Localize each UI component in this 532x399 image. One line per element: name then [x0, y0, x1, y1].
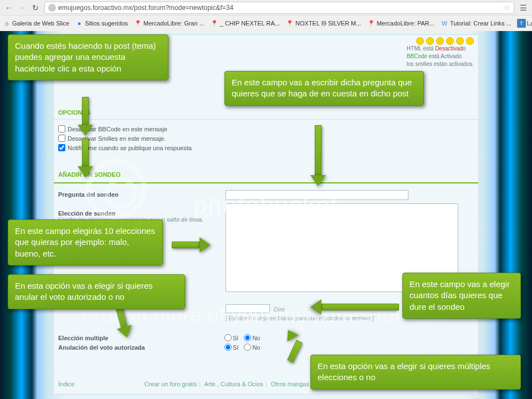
emoji-icon[interactable] [446, 37, 454, 45]
multiple-no-radio[interactable]: No [244, 334, 260, 341]
cancel-vote-row: Anulación del voto autorizada Sí No [54, 342, 478, 352]
poll-days-input[interactable] [226, 304, 270, 313]
favicon-icon: ⌂ [2, 19, 11, 28]
callout-poll-choices: En este campo elegirás 10 elecciones que… [8, 219, 163, 265]
arrow-down-icon [78, 97, 93, 136]
favicon-icon: 📍 [210, 19, 219, 28]
emoji-row [407, 37, 474, 45]
add-poll-heading: AÑADIR UN SONDEO [54, 169, 478, 180]
bookmark-item[interactable]: WTutorial: Crear Links ... [440, 19, 511, 28]
favicon-icon: T [517, 19, 526, 28]
arrow-down-icon [78, 139, 93, 177]
bookmark-item[interactable]: 📍_ CHIP NEXTEL RA... [210, 19, 280, 28]
bookmark-item[interactable]: ⌂Galeria de Web Slice [2, 19, 69, 28]
callout-poll-days: En este campo vas a elegir cuantos días … [402, 273, 521, 319]
globe-icon [48, 4, 56, 12]
footer-link[interactable]: Otros mangas [271, 381, 309, 387]
arrow-up-icon [272, 329, 305, 362]
callout-multiple-choice: En esta opción vas a elegir si quieres m… [310, 355, 521, 390]
callout-add-poll: Cuando estés haciendo tu post (tema) pue… [8, 34, 168, 80]
favicon-icon: 📍 [367, 19, 376, 28]
emoji-icon[interactable] [456, 37, 464, 45]
bookmarks-bar: ⌂Galeria de Web Slice ●Sitios sugeridos … [0, 16, 532, 31]
emoji-icon[interactable] [466, 37, 474, 45]
nav-toolbar: ← → ↻ emujuegos.foroactivo.mx/post.forum… [0, 0, 532, 16]
back-button[interactable]: ← [2, 1, 16, 14]
emoji-icon[interactable] [416, 37, 424, 45]
poll-question-row: Pregunta del sondeo [54, 189, 478, 200]
address-bar[interactable]: emujuegos.foroactivo.mx/post.forum?mode=… [44, 2, 514, 14]
options-heading: OPCIONES [54, 107, 478, 118]
bookmark-star-icon[interactable]: ☆ [503, 3, 510, 12]
cancel-yes-radio[interactable]: Sí [224, 344, 238, 351]
emoji-icon[interactable] [426, 37, 434, 45]
arrow-right-icon [172, 237, 211, 253]
formatting-status: HTML está Desactivado BBCode está Activa… [407, 37, 474, 68]
footer-link[interactable]: Crear un foro gratis [144, 381, 197, 387]
option-row: Desactivar Smilies en este mensaje. [54, 134, 478, 143]
multiple-yes-radio[interactable]: Sí [224, 334, 238, 341]
cancel-no-radio[interactable]: No [244, 344, 260, 351]
favicon-icon: W [440, 19, 449, 28]
poll-days-row: Días [226, 304, 285, 313]
notify-reply-checkbox[interactable] [58, 144, 65, 151]
arrow-down-icon [310, 125, 326, 186]
footer-links: Índice Crear un foro gratis| Arte , Cult… [58, 381, 330, 387]
disable-smilies-checkbox[interactable] [58, 135, 65, 142]
reload-button[interactable]: ↻ [29, 1, 42, 14]
bookmark-item[interactable]: 📍MercadoLibre: Gran ... [134, 19, 204, 28]
option-row: Desactivar BBCode en este mensaje [54, 124, 478, 134]
emoji-icon[interactable] [436, 37, 444, 45]
footer-link[interactable]: Arte , Cultura & Ocios [204, 381, 263, 387]
favicon-icon: 📍 [134, 19, 142, 28]
favicon-icon: 📍 [285, 19, 294, 28]
url-text: emujuegos.foroactivo.mx/post.forum?mode=… [58, 4, 503, 12]
disable-bbcode-checkbox[interactable] [58, 125, 65, 132]
callout-poll-question: En este campo vas a escribir dicha pregu… [224, 71, 424, 106]
favicon-icon: ● [75, 19, 84, 28]
bookmark-item[interactable]: TLa Sociedad De Los ... [517, 19, 532, 28]
bookmark-item[interactable]: 📍MercadoLibre: PAR... [367, 19, 434, 28]
option-row: Notifícame cuando se publique una respue… [54, 143, 478, 152]
multiple-choice-row: Elección multiple Sí No [54, 333, 478, 342]
arrow-right-icon [310, 299, 399, 315]
footer-link[interactable]: Índice [58, 381, 74, 387]
forward-button[interactable]: → [16, 1, 29, 14]
browser-chrome: ← → ↻ emujuegos.foroactivo.mx/post.forum… [0, 0, 532, 31]
callout-cancel-vote: En esta opción vas a elegir si quieres a… [8, 274, 185, 309]
bookmark-item[interactable]: 📍NOXTEL I9 SILVER M... [285, 19, 361, 28]
menu-button[interactable]: ☰ [516, 1, 530, 14]
bookmark-item[interactable]: ●Sitios sugeridos [75, 19, 128, 28]
poll-question-input[interactable] [226, 190, 408, 200]
poll-days-note: [ Escribe 0 o deja en blanco para que el… [226, 315, 374, 321]
